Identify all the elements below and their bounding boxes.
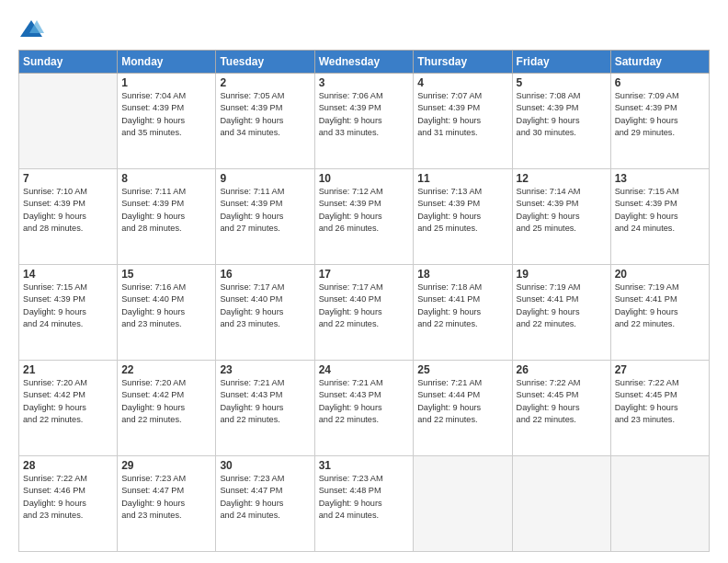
week-row: 7Sunrise: 7:10 AMSunset: 4:39 PMDaylight… <box>19 169 710 265</box>
day-info: Sunrise: 7:14 AMSunset: 4:39 PMDaylight:… <box>517 186 607 235</box>
day-number: 21 <box>23 363 113 376</box>
calendar-cell: 9Sunrise: 7:11 AMSunset: 4:39 PMDaylight… <box>216 169 314 265</box>
day-info: Sunrise: 7:19 AMSunset: 4:41 PMDaylight:… <box>517 282 607 330</box>
week-row: 21Sunrise: 7:20 AMSunset: 4:42 PMDayligh… <box>19 361 710 456</box>
day-number: 27 <box>615 363 705 376</box>
day-number: 6 <box>615 76 705 89</box>
day-number: 30 <box>220 459 310 472</box>
day-number: 28 <box>23 459 113 472</box>
day-of-week-header: Wednesday <box>314 51 414 74</box>
calendar-cell: 12Sunrise: 7:14 AMSunset: 4:39 PMDayligh… <box>512 169 610 265</box>
calendar-cell <box>414 456 512 552</box>
header-row: SundayMondayTuesdayWednesdayThursdayFrid… <box>19 51 710 74</box>
day-number: 23 <box>220 363 310 376</box>
day-number: 17 <box>319 268 410 281</box>
day-info: Sunrise: 7:12 AMSunset: 4:39 PMDaylight:… <box>319 186 410 235</box>
day-number: 12 <box>517 172 607 185</box>
day-info: Sunrise: 7:06 AMSunset: 4:39 PMDaylight:… <box>319 90 410 139</box>
calendar-cell: 13Sunrise: 7:15 AMSunset: 4:39 PMDayligh… <box>610 169 709 265</box>
calendar-cell: 5Sunrise: 7:08 AMSunset: 4:39 PMDaylight… <box>512 74 610 169</box>
calendar-cell: 23Sunrise: 7:21 AMSunset: 4:43 PMDayligh… <box>216 361 314 456</box>
day-number: 25 <box>417 363 507 376</box>
day-info: Sunrise: 7:05 AMSunset: 4:39 PMDaylight:… <box>220 90 310 139</box>
day-info: Sunrise: 7:22 AMSunset: 4:45 PMDaylight:… <box>615 377 705 426</box>
calendar-cell: 31Sunrise: 7:23 AMSunset: 4:48 PMDayligh… <box>314 456 414 552</box>
day-number: 15 <box>121 268 211 281</box>
day-info: Sunrise: 7:13 AMSunset: 4:39 PMDaylight:… <box>417 186 507 235</box>
calendar-body: 1Sunrise: 7:04 AMSunset: 4:39 PMDaylight… <box>19 74 710 552</box>
day-info: Sunrise: 7:11 AMSunset: 4:39 PMDaylight:… <box>220 186 310 235</box>
calendar-cell: 30Sunrise: 7:23 AMSunset: 4:47 PMDayligh… <box>216 456 314 552</box>
day-number: 22 <box>121 363 211 376</box>
day-info: Sunrise: 7:17 AMSunset: 4:40 PMDaylight:… <box>319 282 410 330</box>
day-info: Sunrise: 7:22 AMSunset: 4:46 PMDaylight:… <box>23 473 113 522</box>
calendar-cell: 22Sunrise: 7:20 AMSunset: 4:42 PMDayligh… <box>118 361 216 456</box>
day-info: Sunrise: 7:21 AMSunset: 4:43 PMDaylight:… <box>319 377 410 426</box>
header <box>18 17 710 42</box>
calendar-cell: 3Sunrise: 7:06 AMSunset: 4:39 PMDaylight… <box>314 74 414 169</box>
day-info: Sunrise: 7:15 AMSunset: 4:39 PMDaylight:… <box>23 282 113 330</box>
calendar-cell <box>512 456 610 552</box>
calendar-cell: 29Sunrise: 7:23 AMSunset: 4:47 PMDayligh… <box>118 456 216 552</box>
day-of-week-header: Thursday <box>414 51 512 74</box>
day-of-week-header: Friday <box>512 51 610 74</box>
day-number: 4 <box>417 76 507 89</box>
calendar-cell: 15Sunrise: 7:16 AMSunset: 4:40 PMDayligh… <box>118 265 216 361</box>
day-number: 16 <box>220 268 310 281</box>
day-info: Sunrise: 7:20 AMSunset: 4:42 PMDaylight:… <box>23 377 113 426</box>
day-number: 9 <box>220 172 310 185</box>
day-info: Sunrise: 7:23 AMSunset: 4:47 PMDaylight:… <box>121 473 211 522</box>
day-number: 24 <box>319 363 410 376</box>
day-info: Sunrise: 7:23 AMSunset: 4:47 PMDaylight:… <box>220 473 310 522</box>
calendar-cell: 24Sunrise: 7:21 AMSunset: 4:43 PMDayligh… <box>314 361 414 456</box>
calendar-cell: 17Sunrise: 7:17 AMSunset: 4:40 PMDayligh… <box>314 265 414 361</box>
calendar-cell: 4Sunrise: 7:07 AMSunset: 4:39 PMDaylight… <box>414 74 512 169</box>
day-number: 7 <box>23 172 113 185</box>
calendar-cell: 14Sunrise: 7:15 AMSunset: 4:39 PMDayligh… <box>19 265 118 361</box>
day-number: 2 <box>220 76 310 89</box>
calendar-cell: 28Sunrise: 7:22 AMSunset: 4:46 PMDayligh… <box>19 456 118 552</box>
day-number: 29 <box>121 459 211 472</box>
day-number: 3 <box>319 76 410 89</box>
day-info: Sunrise: 7:19 AMSunset: 4:41 PMDaylight:… <box>615 282 705 330</box>
day-info: Sunrise: 7:23 AMSunset: 4:48 PMDaylight:… <box>319 473 410 522</box>
day-number: 19 <box>517 268 607 281</box>
calendar-cell: 26Sunrise: 7:22 AMSunset: 4:45 PMDayligh… <box>512 361 610 456</box>
day-info: Sunrise: 7:08 AMSunset: 4:39 PMDaylight:… <box>517 90 607 139</box>
day-info: Sunrise: 7:22 AMSunset: 4:45 PMDaylight:… <box>517 377 607 426</box>
day-info: Sunrise: 7:11 AMSunset: 4:39 PMDaylight:… <box>121 186 211 235</box>
calendar-cell: 19Sunrise: 7:19 AMSunset: 4:41 PMDayligh… <box>512 265 610 361</box>
day-info: Sunrise: 7:10 AMSunset: 4:39 PMDaylight:… <box>23 186 113 235</box>
calendar-header: SundayMondayTuesdayWednesdayThursdayFrid… <box>19 51 710 74</box>
calendar-cell: 16Sunrise: 7:17 AMSunset: 4:40 PMDayligh… <box>216 265 314 361</box>
day-of-week-header: Monday <box>118 51 216 74</box>
day-number: 10 <box>319 172 410 185</box>
day-number: 5 <box>517 76 607 89</box>
day-info: Sunrise: 7:09 AMSunset: 4:39 PMDaylight:… <box>615 90 705 139</box>
calendar-cell: 21Sunrise: 7:20 AMSunset: 4:42 PMDayligh… <box>19 361 118 456</box>
day-info: Sunrise: 7:20 AMSunset: 4:42 PMDaylight:… <box>121 377 211 426</box>
calendar-cell: 18Sunrise: 7:18 AMSunset: 4:41 PMDayligh… <box>414 265 512 361</box>
day-info: Sunrise: 7:21 AMSunset: 4:43 PMDaylight:… <box>220 377 310 426</box>
calendar-cell: 25Sunrise: 7:21 AMSunset: 4:44 PMDayligh… <box>414 361 512 456</box>
calendar-cell <box>610 456 709 552</box>
day-info: Sunrise: 7:04 AMSunset: 4:39 PMDaylight:… <box>121 90 211 139</box>
day-number: 18 <box>417 268 507 281</box>
day-of-week-header: Tuesday <box>216 51 314 74</box>
calendar-cell: 10Sunrise: 7:12 AMSunset: 4:39 PMDayligh… <box>314 169 414 265</box>
day-number: 31 <box>319 459 410 472</box>
day-of-week-header: Sunday <box>19 51 118 74</box>
page: SundayMondayTuesdayWednesdayThursdayFrid… <box>0 0 728 563</box>
day-number: 20 <box>615 268 705 281</box>
day-number: 1 <box>121 76 211 89</box>
day-number: 8 <box>121 172 211 185</box>
day-info: Sunrise: 7:18 AMSunset: 4:41 PMDaylight:… <box>417 282 507 330</box>
day-info: Sunrise: 7:21 AMSunset: 4:44 PMDaylight:… <box>417 377 507 426</box>
calendar-cell: 20Sunrise: 7:19 AMSunset: 4:41 PMDayligh… <box>610 265 709 361</box>
day-of-week-header: Saturday <box>610 51 709 74</box>
day-number: 26 <box>517 363 607 376</box>
calendar-cell: 2Sunrise: 7:05 AMSunset: 4:39 PMDaylight… <box>216 74 314 169</box>
week-row: 14Sunrise: 7:15 AMSunset: 4:39 PMDayligh… <box>19 265 710 361</box>
day-info: Sunrise: 7:17 AMSunset: 4:40 PMDaylight:… <box>220 282 310 330</box>
day-number: 14 <box>23 268 113 281</box>
